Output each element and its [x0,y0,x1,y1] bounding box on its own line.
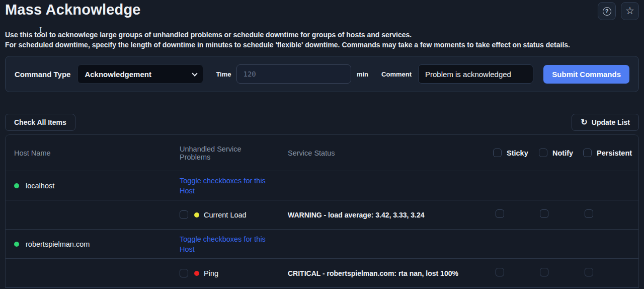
column-header-service-status: Service Status [282,149,490,157]
command-bar: Command Type Acknowledgement Time min Co… [5,56,639,92]
service-warning-status-icon [194,212,199,218]
host-up-status-icon [14,183,19,188]
column-header-unhandled-problems: Unhandled Service Problems [180,145,255,161]
service-status-text: CRITICAL - robertspielman.com: rta nan, … [282,269,490,277]
persistent-label: Persistent [597,149,632,157]
star-icon: ☆ [625,6,634,16]
table-row-host-localhost: localhost Toggle checkboxes for this Hos… [6,171,638,200]
comment-label: Comment [381,70,412,78]
service-select-checkbox[interactable] [180,210,188,219]
check-all-items-label: Check All Items [14,118,66,126]
notify-label: Notify [552,149,573,157]
favorite-button[interactable]: ☆ [621,2,639,20]
command-type-select[interactable]: Acknowledgement [77,64,203,84]
service-critical-status-icon [194,271,199,276]
column-header-persistent: Persistent [578,149,638,157]
persistent-checkbox[interactable] [585,209,593,218]
check-all-items-button[interactable]: Check All Items [5,114,75,131]
page-header: Mass Acknowledge ? ☆ [5,0,639,21]
refresh-icon: ↻ [581,118,587,126]
page-description: Use this tool to acknowlege large groups… [5,30,639,50]
host-cell: robertspielman.com [6,240,180,248]
toggle-host-checkboxes-link[interactable]: Toggle checkboxes for this Host [180,176,271,196]
page-title: Mass Acknowledge [5,2,141,18]
column-header-notify: Notify [534,149,578,157]
table-row-service-ping: Ping CRITICAL - robertspielman.com: rta … [6,259,638,288]
min-label: min [357,70,368,78]
table-header-row: Host Name Unhandled Service Problems Ser… [6,135,638,171]
persistent-all-checkbox[interactable] [583,149,592,157]
description-line-1: Use this tool to acknowlege large groups… [5,30,639,40]
mass-acknowledge-page: Mass Acknowledge ? ☆ I Use this tool to … [0,0,644,288]
sticky-all-checkbox[interactable] [493,149,502,157]
service-cell: Current Load [180,210,282,219]
submit-commands-button[interactable]: Submit Commands [543,65,629,84]
notify-all-checkbox[interactable] [539,149,547,157]
service-status-text: WARNING - load average: 3.42, 3.33, 3.24 [282,211,490,219]
list-toolbar: Check All Items ↻ Update List [5,114,639,131]
help-button[interactable]: ? [598,2,616,20]
time-input[interactable] [236,64,351,84]
table-row-service-current-load: Current Load WARNING - load average: 3.4… [6,200,638,230]
host-name: robertspielman.com [26,240,90,248]
host-up-status-icon [14,242,19,247]
service-select-checkbox[interactable] [180,269,188,277]
sticky-checkbox[interactable] [496,268,504,276]
description-line-2: For scheduled downtime, specify the leng… [5,40,639,50]
service-cell: Ping [180,269,282,277]
sticky-checkbox[interactable] [496,209,504,218]
question-circle-icon: ? [603,7,611,16]
command-type-select-wrap: Acknowledgement [77,64,203,84]
header-actions: ? ☆ [598,2,639,20]
sticky-label: Sticky [507,149,528,157]
service-name: Current Load [204,211,247,219]
persistent-checkbox[interactable] [585,268,593,276]
update-list-label: Update List [592,118,630,126]
comment-input[interactable] [418,64,533,84]
column-header-host-name: Host Name [6,149,180,157]
table-row-host-robertspielman: robertspielman.com Toggle checkboxes for… [6,230,638,259]
command-type-label: Command Type [15,70,70,79]
acknowledge-table: Host Name Unhandled Service Problems Ser… [5,134,639,288]
column-header-sticky: Sticky [490,149,534,157]
update-list-button[interactable]: ↻ Update List [572,114,639,131]
service-name: Ping [204,269,218,277]
notify-checkbox[interactable] [540,209,548,218]
notify-checkbox[interactable] [540,268,548,276]
host-cell: localhost [6,182,180,190]
host-name: localhost [26,182,54,190]
time-label: Time [216,70,231,78]
toggle-host-checkboxes-link[interactable]: Toggle checkboxes for this Host [180,234,271,254]
